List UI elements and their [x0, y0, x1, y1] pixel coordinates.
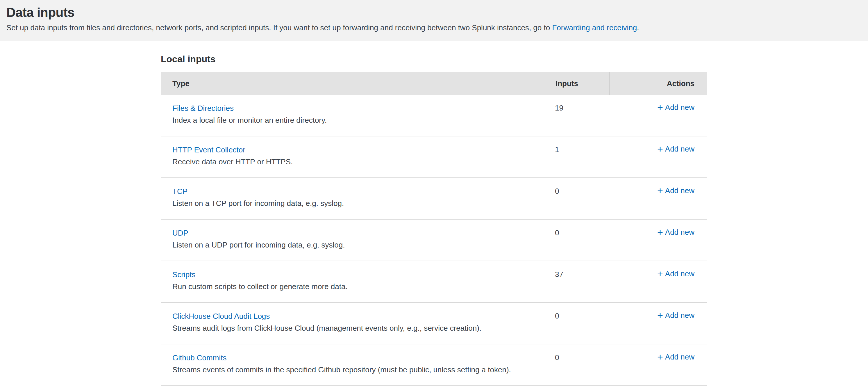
type-cell: HTTP Event Collector Receive data over H…	[161, 137, 543, 177]
main-content: Local inputs Type Inputs Actions Files &…	[161, 54, 707, 386]
type-cell: Files & Directories Index a local file o…	[161, 95, 543, 136]
column-header-actions: Actions	[609, 72, 707, 95]
subtitle-text: Set up data inputs from files and direct…	[6, 23, 552, 32]
input-count: 37	[543, 261, 609, 302]
input-type-link[interactable]: ClickHouse Cloud Audit Logs	[173, 311, 270, 321]
page-subtitle: Set up data inputs from files and direct…	[6, 23, 861, 33]
add-new-label: Add new	[665, 269, 694, 278]
forwarding-and-receiving-link[interactable]: Forwarding and receiving	[552, 23, 637, 32]
type-cell: Github Commits Streams events of commits…	[161, 345, 543, 385]
input-type-link[interactable]: Github Commits	[173, 353, 226, 362]
add-new-button[interactable]: +Add new	[657, 145, 694, 153]
input-type-link[interactable]: Files & Directories	[173, 103, 234, 113]
add-new-label: Add new	[665, 103, 694, 112]
input-type-link[interactable]: Scripts	[173, 270, 195, 279]
table-row-udp: UDP Listen on a UDP port for incoming da…	[161, 219, 707, 261]
input-type-description: Index a local file or monitor an entire …	[173, 116, 537, 125]
table-row-http-event-collector: HTTP Event Collector Receive data over H…	[161, 137, 707, 178]
type-cell: Scripts Run custom scripts to collect or…	[161, 261, 543, 302]
input-count: 19	[543, 95, 609, 136]
plus-icon: +	[657, 310, 663, 320]
add-new-label: Add new	[665, 186, 694, 195]
actions-cell: +Add new	[609, 137, 707, 177]
plus-icon: +	[657, 352, 663, 362]
add-new-button[interactable]: +Add new	[657, 228, 694, 236]
table-row-clickhouse-cloud-audit-logs: ClickHouse Cloud Audit Logs Streams audi…	[161, 303, 707, 345]
add-new-button[interactable]: +Add new	[657, 353, 694, 361]
subtitle-period: .	[637, 23, 639, 32]
page-header: Data inputs Set up data inputs from file…	[0, 0, 868, 41]
local-inputs-heading: Local inputs	[161, 54, 707, 65]
input-type-description: Streams audit logs from ClickHouse Cloud…	[173, 323, 537, 333]
table-header-row: Type Inputs Actions	[161, 72, 707, 95]
plus-icon: +	[657, 269, 663, 279]
type-cell: UDP Listen on a UDP port for incoming da…	[161, 219, 543, 261]
plus-icon: +	[657, 185, 663, 196]
actions-cell: +Add new	[609, 178, 707, 219]
input-type-link[interactable]: UDP	[173, 228, 188, 238]
add-new-button[interactable]: +Add new	[657, 186, 694, 195]
input-count: 0	[543, 219, 609, 261]
column-header-type: Type	[161, 72, 543, 95]
actions-cell: +Add new	[609, 345, 707, 385]
page-title: Data inputs	[6, 5, 861, 20]
type-cell: ClickHouse Cloud Audit Logs Streams audi…	[161, 303, 543, 344]
input-type-link[interactable]: TCP	[173, 187, 187, 196]
input-count: 0	[543, 345, 609, 385]
plus-icon: +	[657, 102, 663, 112]
add-new-button[interactable]: +Add new	[657, 103, 694, 112]
plus-icon: +	[657, 227, 663, 237]
actions-cell: +Add new	[609, 303, 707, 344]
add-new-label: Add new	[665, 228, 694, 236]
add-new-button[interactable]: +Add new	[657, 269, 694, 278]
plus-icon: +	[657, 144, 663, 154]
input-type-description: Run custom scripts to collect or generat…	[173, 282, 537, 291]
input-count: 0	[543, 303, 609, 344]
add-new-label: Add new	[665, 145, 694, 153]
input-type-link[interactable]: HTTP Event Collector	[173, 145, 245, 154]
add-new-button[interactable]: +Add new	[657, 311, 694, 320]
add-new-label: Add new	[665, 353, 694, 361]
data-inputs-page: Data inputs Set up data inputs from file…	[0, 0, 868, 386]
actions-cell: +Add new	[609, 95, 707, 136]
input-type-description: Streams events of commits in the specifi…	[173, 365, 537, 374]
table-row-tcp: TCP Listen on a TCP port for incoming da…	[161, 178, 707, 219]
input-type-description: Listen on a TCP port for incoming data, …	[173, 199, 537, 208]
table-row-github-commits: Github Commits Streams events of commits…	[161, 345, 707, 386]
actions-cell: +Add new	[609, 261, 707, 302]
local-inputs-table: Type Inputs Actions Files & Directories …	[161, 72, 707, 386]
table-row-scripts: Scripts Run custom scripts to collect or…	[161, 261, 707, 303]
input-count: 0	[543, 178, 609, 219]
type-cell: TCP Listen on a TCP port for incoming da…	[161, 178, 543, 219]
input-count: 1	[543, 137, 609, 177]
add-new-label: Add new	[665, 311, 694, 320]
table-row-files-directories: Files & Directories Index a local file o…	[161, 95, 707, 137]
actions-cell: +Add new	[609, 219, 707, 261]
input-type-description: Receive data over HTTP or HTTPS.	[173, 157, 537, 167]
input-type-description: Listen on a UDP port for incoming data, …	[173, 240, 537, 249]
column-header-inputs: Inputs	[543, 72, 609, 95]
